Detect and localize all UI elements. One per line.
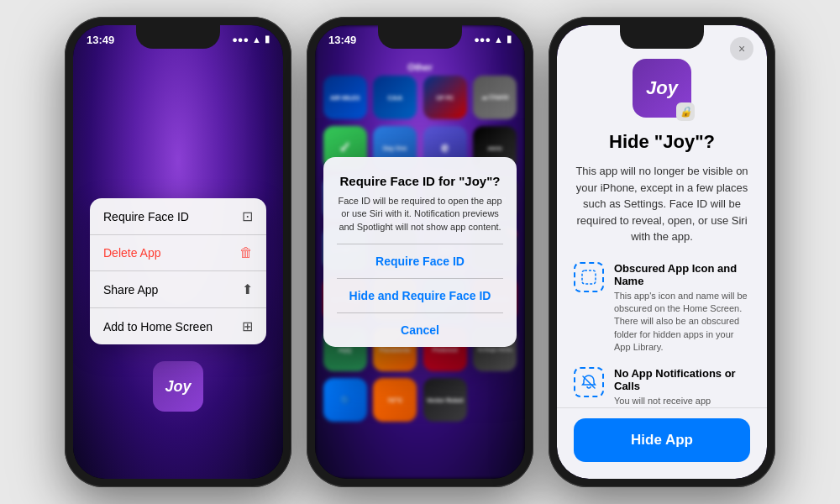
hide-dialog-title: Hide "Joy"? xyxy=(574,131,750,153)
wifi-icon-2: ▲ xyxy=(494,34,503,45)
status-time-2: 13:49 xyxy=(328,34,356,46)
notifications-title: No App Notifications or Calls xyxy=(614,367,750,392)
phone-1: 13:49 ●●● ▲ ▮ Joy Require Face ID ⊡ Dele… xyxy=(65,17,291,487)
folder-label: Other xyxy=(320,62,520,72)
hide-dialog-footer: Hide App xyxy=(557,407,767,479)
context-add-home[interactable]: Add to Home Screen ⊞ xyxy=(90,308,266,344)
phone1-background: 13:49 ●●● ▲ ▮ Joy Require Face ID ⊡ Dele… xyxy=(73,25,283,479)
svg-rect-0 xyxy=(582,270,596,284)
hide-app-icon-badge: 🔒 xyxy=(676,102,695,121)
app-icon-vector: Vector Robot xyxy=(423,378,467,422)
require-face-id-label: Require Face ID xyxy=(103,210,189,223)
wifi-icon: ▲ xyxy=(252,34,261,45)
phone-notch-2 xyxy=(378,25,462,49)
obscured-feature-text: Obscured App Icon and Name This app's ic… xyxy=(614,262,750,354)
joy-icon-text: Joy xyxy=(165,378,191,396)
joy-label: Joy xyxy=(646,77,678,99)
app-icon-airmiles: AIR MILES xyxy=(323,76,367,119)
add-home-icon: ⊞ xyxy=(242,318,253,334)
obscured-icon xyxy=(574,262,604,292)
phone-3: × Joy 🔒 Hide "Joy"? This app will no lon… xyxy=(549,17,775,487)
phone-2: Other AIR MILES CAA CF FC ☁ Chamb ✓ Day … xyxy=(307,17,533,487)
face-id-icon: ⊡ xyxy=(242,208,253,224)
app-row-7: 🔵 72°C Vector Robot xyxy=(320,378,520,422)
delete-app-label: Delete App xyxy=(103,246,161,260)
add-home-label: Add to Home Screen xyxy=(103,320,213,333)
context-share-app[interactable]: Share App ⬆ xyxy=(90,271,266,308)
notifications-feature-text: No App Notifications or Calls You will n… xyxy=(614,367,750,407)
share-icon: ⬆ xyxy=(242,281,253,297)
signal-icon-2: ●●● xyxy=(474,34,491,45)
hide-dialog-description: This app will no longer be visible on yo… xyxy=(574,163,750,245)
no-notifications-icon xyxy=(574,367,604,397)
share-app-label: Share App xyxy=(103,283,158,297)
battery-icon: ▮ xyxy=(265,34,270,45)
app-row-1: AIR MILES CAA CF FC ☁ Chamb xyxy=(320,76,520,119)
battery-icon-2: ▮ xyxy=(507,34,512,45)
hide-app-button[interactable]: Hide App xyxy=(574,418,750,462)
require-face-id-btn[interactable]: Require Face ID xyxy=(337,244,503,279)
app-icon-empty5 xyxy=(473,378,517,422)
obscured-body: This app's icon and name will be obscure… xyxy=(614,290,750,354)
signal-icon: ●●● xyxy=(232,34,249,45)
app-icon-bluetooth: 🔵 xyxy=(323,378,367,422)
phone-notch-3 xyxy=(620,25,704,49)
hide-dialog-close-btn[interactable]: × xyxy=(730,37,753,60)
context-delete-app[interactable]: Delete App 🗑 xyxy=(90,235,266,271)
app-icon-cffc: CF FC xyxy=(423,76,467,119)
face-id-actions: Require Face ID Hide and Require Face ID… xyxy=(337,244,503,347)
obscured-title: Obscured App Icon and Name xyxy=(614,262,750,287)
phone3-background: × Joy 🔒 Hide "Joy"? This app will no lon… xyxy=(557,25,767,479)
face-id-dialog-body: Face ID will be required to open the app… xyxy=(337,195,503,234)
status-time-1: 13:49 xyxy=(87,34,114,46)
hide-feature-obscured: Obscured App Icon and Name This app's ic… xyxy=(574,262,750,354)
hide-require-face-id-btn[interactable]: Hide and Require Face ID xyxy=(337,279,503,313)
face-id-dialog: Require Face ID for "Joy"? Face ID will … xyxy=(323,157,517,347)
app-icon-chamb: ☁ Chamb xyxy=(473,76,517,119)
status-icons-1: ●●● ▲ ▮ xyxy=(232,34,270,45)
context-menu: Require Face ID ⊡ Delete App 🗑 Share App… xyxy=(90,198,266,344)
trash-icon: 🗑 xyxy=(239,245,253,260)
app-icon-tcc: 72°C xyxy=(373,378,417,422)
cancel-btn[interactable]: Cancel xyxy=(337,313,503,347)
hide-feature-notifications: No App Notifications or Calls You will n… xyxy=(574,367,750,407)
hide-app-dialog: × Joy 🔒 Hide "Joy"? This app will no lon… xyxy=(557,25,767,479)
context-require-face-id[interactable]: Require Face ID ⊡ xyxy=(90,198,266,235)
phone-notch-1 xyxy=(136,25,220,49)
hide-app-icon: Joy 🔒 xyxy=(633,59,691,118)
notifications-body: You will not receive app notifications o… xyxy=(614,395,750,407)
status-icons-2: ●●● ▲ ▮ xyxy=(474,34,512,45)
joy-app-icon-bg: Joy xyxy=(153,361,203,412)
face-id-dialog-title: Require Face ID for "Joy"? xyxy=(337,174,503,188)
hide-dialog-content: Joy 🔒 Hide "Joy"? This app will no longe… xyxy=(557,25,767,407)
app-icon-caa: CAA xyxy=(373,76,417,119)
